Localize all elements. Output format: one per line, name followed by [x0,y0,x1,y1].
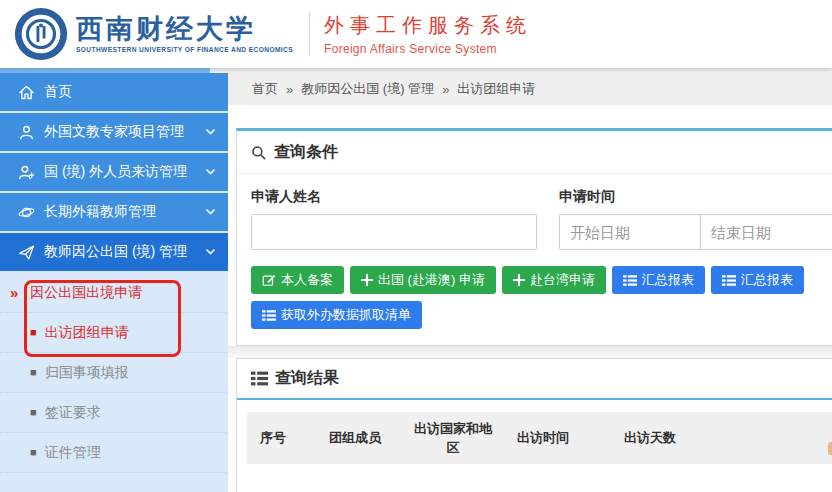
self-record-button[interactable]: 本人备案 [251,266,344,294]
table-header-seq: 序号 [247,412,299,464]
start-date-input[interactable] [559,214,701,250]
applicant-name-label: 申请人姓名 [251,188,537,206]
sidebar-item-label: 首页 [44,83,216,101]
search-icon [251,145,267,161]
sidebar-item-teacher-abroad-mgmt[interactable]: 教师因公出国 (境) 管理 [0,233,228,271]
query-panel-header: 查询条件 [237,131,832,174]
sidebar-item-label: 国 (境) 外人员来访管理 [44,163,205,181]
breadcrumb-separator: » [442,82,449,97]
plus-icon [361,274,373,286]
sidebar-subitem-label: 归国事项填报 [45,364,129,382]
horizontal-scrollbar-track[interactable] [0,68,832,73]
results-table: 序号 团组成员 出访国家和地区 出访时间 出访天数 [247,412,832,492]
breadcrumb-current: 出访团组申请 [457,80,535,98]
breadcrumb-section[interactable]: 教师因公出国 (境) 管理 [301,80,434,98]
sidebar-item-foreign-visitor-mgmt[interactable]: 国 (境) 外人员来访管理 [0,153,228,191]
button-label: 赴台湾申请 [530,271,595,289]
button-label: 汇总报表 [642,271,694,289]
query-fields-row: 申请人姓名 申请时间 [251,188,832,250]
system-title-block: 外事工作服务系统 Foreign Affairs Service System [324,12,532,56]
breadcrumb-home[interactable]: 首页 [252,80,278,98]
list-icon [722,274,736,287]
sidebar-item-label: 外国文教专家项目管理 [44,123,205,141]
horizontal-scrollbar-thumb[interactable] [0,68,210,73]
sidebar-item-home[interactable]: 首页 [0,73,228,111]
sidebar-item-label: 长期外籍教师管理 [44,203,205,221]
list-icon [251,371,268,386]
end-date-input[interactable] [701,214,832,250]
query-results-panel: 查询结果 序号 团组成员 出访国家和地区 出访时间 出访天数 [236,358,832,492]
table-row [247,464,832,492]
table-header-days: 出访天数 [591,412,709,464]
sidebar-subitem-certificate-mgmt[interactable]: ■ 证件管理 [0,433,228,473]
result-panel-header: 查询结果 [237,359,832,400]
plus-icon [513,274,525,286]
date-range-group [559,214,832,250]
query-panel-title: 查询条件 [274,142,338,163]
taiwan-apply-button[interactable]: 赴台湾申请 [502,266,606,294]
button-label: 获取外办数据抓取清单 [281,306,411,324]
chevron-down-icon [205,168,216,176]
button-label: 本人备案 [281,271,333,289]
system-name-en: Foreign Affairs Service System [324,42,532,56]
table-header-extra [709,412,832,464]
sidebar-item-foreign-expert-mgmt[interactable]: 外国文教专家项目管理 [0,113,228,151]
sidebar-item-label: 教师因公出国 (境) 管理 [44,243,205,261]
edit-icon [262,273,276,287]
table-header-time: 出访时间 [495,412,591,464]
table-header-country: 出访国家和地区 [411,412,495,464]
app-header: 西南财经大学 SOUTHWESTERN UNIVERSITY OF FINANC… [0,0,832,68]
panel-gap-strip [228,346,832,358]
apply-time-label: 申请时间 [559,188,832,206]
person-icon [18,124,35,141]
chevron-down-icon [205,208,216,216]
sidebar-subitem-visit-group-application[interactable]: ■ 出访团组申请 [0,313,228,353]
abroad-hkmacau-apply-button[interactable]: 出国 (赴港澳) 申请 [350,266,496,294]
summary-report-button-2[interactable]: 汇总报表 [711,266,804,294]
sidebar-subitem-label: 出访团组申请 [45,324,129,342]
list-icon [623,274,637,287]
square-bullet-icon: ■ [30,447,37,458]
system-name-cn: 外事工作服务系统 [324,12,532,39]
result-panel-title: 查询结果 [275,368,339,389]
double-arrow-icon: » [10,284,18,301]
list-icon [262,309,276,322]
chevron-down-icon [205,128,216,136]
sidebar-subitem-label: 签证要求 [45,404,101,422]
square-bullet-icon: ■ [30,367,37,378]
sidebar-subitem-visa-requirements[interactable]: ■ 签证要求 [0,393,228,433]
query-panel-body: 申请人姓名 申请时间 本人备案 [237,174,832,343]
person-plus-icon [18,164,35,181]
result-table-wrapper: 序号 团组成员 出访国家和地区 出访时间 出访天数 [237,400,832,492]
apply-time-field-group: 申请时间 [559,188,832,250]
sidebar-subitem-return-report[interactable]: ■ 归国事项填报 [0,353,228,393]
query-conditions-panel: 查询条件 申请人姓名 申请时间 本人备案 [236,128,832,346]
globe-icon [18,204,35,221]
home-icon [18,84,35,101]
sidebar-item-longterm-foreign-teacher-mgmt[interactable]: 长期外籍教师管理 [0,193,228,231]
university-logo-icon [14,7,68,61]
clipped-action-fragment [828,442,832,455]
breadcrumb: 首页 » 教师因公出国 (境) 管理 » 出访团组申请 [228,73,832,105]
summary-report-button-1[interactable]: 汇总报表 [612,266,705,294]
sidebar-submenu: » 因公出国出境申请 ■ 出访团组申请 ■ 归国事项填报 ■ 签证要求 ■ 证件… [0,273,228,473]
university-name-en: SOUTHWESTERN UNIVERSITY OF FINANCE AND E… [76,46,293,53]
sidebar-subitem-outbound-application[interactable]: » 因公出国出境申请 [0,273,228,313]
sidebar: 首页 外国文教专家项目管理 国 (境) 外人员来访管理 长期外籍教师管理 [0,73,228,492]
applicant-name-input[interactable] [251,214,537,250]
square-bullet-icon: ■ [30,327,37,338]
plane-icon [18,244,35,261]
header-divider [309,12,310,56]
breadcrumb-separator: » [286,82,293,97]
fetch-foreign-office-data-button[interactable]: 获取外办数据抓取清单 [251,301,422,329]
action-buttons-row-1: 本人备案 出国 (赴港澳) 申请 赴台湾申请 汇总 [251,266,832,294]
applicant-name-field-group: 申请人姓名 [251,188,537,250]
button-label: 出国 (赴港澳) 申请 [378,271,485,289]
university-name-cn: 西南财经大学 [76,15,293,43]
sidebar-subitem-label: 因公出国出境申请 [30,284,142,302]
sidebar-subitem-label: 证件管理 [45,444,101,462]
square-bullet-icon: ■ [30,407,37,418]
action-buttons-row-2: 获取外办数据抓取清单 [251,301,832,329]
table-header-members: 团组成员 [299,412,411,464]
university-title-block: 西南财经大学 SOUTHWESTERN UNIVERSITY OF FINANC… [76,15,293,53]
